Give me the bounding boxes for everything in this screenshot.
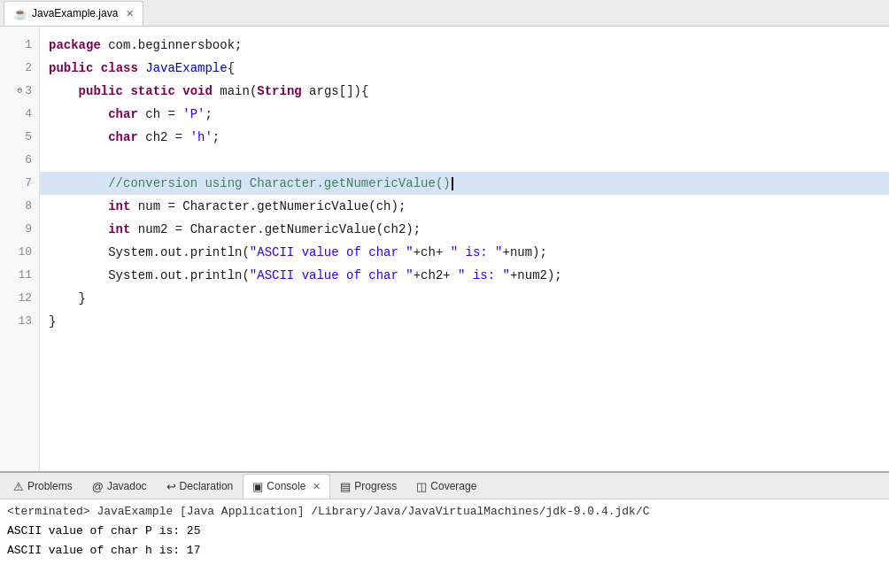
- keyword: char: [108, 130, 138, 144]
- code-text: com.beginnersbook;: [101, 38, 243, 52]
- code-line: char ch = 'P';: [40, 103, 889, 126]
- keyword: package: [49, 38, 101, 52]
- line-number: 9: [7, 218, 35, 241]
- bottom-tab-declaration[interactable]: ↩Declaration: [157, 474, 244, 499]
- keyword: void: [182, 84, 213, 98]
- console-panel: <terminated> JavaExample [Java Applicati…: [0, 499, 889, 588]
- code-text: [49, 199, 108, 213]
- java-file-icon: ☕: [13, 7, 27, 20]
- line-number: 2: [7, 57, 35, 80]
- code-text: main(: [213, 84, 257, 98]
- text-cursor: [452, 177, 453, 190]
- keyword: class: [101, 61, 138, 75]
- string-literal: " is: ": [458, 268, 510, 282]
- problems-tab-icon: ⚠: [13, 480, 24, 493]
- string-literal: "ASCII value of char ": [250, 245, 414, 259]
- code-area[interactable]: package com.beginnersbook;public class J…: [40, 27, 889, 471]
- console-tab-close[interactable]: ✕: [313, 481, 321, 492]
- code-text: [49, 107, 108, 121]
- string-literal: "ASCII value of char ": [250, 268, 414, 282]
- keyword: public: [79, 84, 123, 98]
- code-line: public static void main(String args[]){: [40, 80, 889, 103]
- code-line: package com.beginnersbook;: [40, 34, 889, 57]
- code-line: char ch2 = 'h';: [40, 126, 889, 149]
- code-text: ;: [213, 130, 220, 144]
- progress-tab-icon: ▤: [340, 480, 351, 493]
- code-text: [49, 84, 79, 98]
- keyword: int: [108, 222, 130, 236]
- line-number: 10: [7, 241, 35, 264]
- line-number: 11: [7, 264, 35, 287]
- comment: //conversion using Character.getNumericV…: [108, 176, 450, 190]
- code-line: [40, 149, 889, 172]
- code-text: +num);: [503, 245, 547, 259]
- keyword: int: [108, 199, 130, 213]
- keyword: public: [49, 61, 93, 75]
- code-text: +num2);: [510, 268, 562, 282]
- declaration-tab-icon: ↩: [166, 480, 176, 493]
- code-text: [49, 130, 108, 144]
- code-line: public class JavaExample{: [40, 57, 889, 80]
- bottom-tab-javadoc[interactable]: @Javadoc: [82, 474, 157, 499]
- bottom-tab-console[interactable]: ▣Console✕: [243, 474, 330, 499]
- keyword: char: [108, 107, 138, 121]
- code-line: int num2 = Character.getNumericValue(ch2…: [40, 218, 889, 241]
- declaration-tab-label: Declaration: [180, 480, 234, 492]
- code-text: num2 =: [130, 222, 189, 236]
- javadoc-tab-label: Javadoc: [107, 480, 147, 492]
- tab-close-button[interactable]: ✕: [126, 8, 134, 19]
- javadoc-tab-icon: @: [92, 480, 104, 493]
- code-text: ch2 =: [138, 130, 190, 144]
- coverage-tab-icon: ◫: [416, 480, 427, 493]
- console-terminated-text: <terminated> JavaExample [Java Applicati…: [7, 505, 882, 518]
- collapse-icon[interactable]: ⊖: [17, 80, 22, 103]
- line-numbers: 12⊖345678910111213: [0, 27, 40, 471]
- tab-label: JavaExample.java: [32, 7, 118, 19]
- code-text: [49, 176, 108, 190]
- code-text: Character.getNumericValue(ch2);: [190, 222, 421, 236]
- progress-tab-label: Progress: [354, 480, 397, 492]
- bottom-tab-coverage[interactable]: ◫Coverage: [406, 474, 486, 499]
- code-text: System.out.println(: [49, 245, 250, 259]
- string-literal: 'P': [182, 107, 205, 121]
- bottom-tab-problems[interactable]: ⚠Problems: [4, 474, 82, 499]
- bottom-tab-bar: ⚠Problems@Javadoc↩Declaration▣Console✕▤P…: [0, 473, 889, 499]
- keyword: static: [130, 84, 174, 98]
- keyword: String: [257, 84, 301, 98]
- code-editor[interactable]: 12⊖345678910111213 package com.beginners…: [0, 27, 889, 473]
- code-text: +ch2+: [414, 268, 458, 282]
- code-line: int num = Character.getNumericValue(ch);: [40, 195, 889, 218]
- tab-bar: ☕ JavaExample.java ✕: [0, 0, 889, 27]
- code-text: {: [228, 61, 235, 75]
- code-text: [49, 222, 108, 236]
- line-number: 1: [7, 34, 35, 57]
- console-tab-label: Console: [267, 480, 305, 492]
- file-tab[interactable]: ☕ JavaExample.java ✕: [4, 1, 143, 26]
- code-text: System.out.println(: [49, 268, 250, 282]
- code-line: System.out.println("ASCII value of char …: [40, 264, 889, 287]
- code-line: }: [40, 287, 889, 310]
- line-number: 7: [7, 172, 35, 195]
- code-text: }: [49, 314, 56, 329]
- string-literal: 'h': [190, 130, 213, 144]
- code-text: }: [49, 291, 86, 306]
- code-text: num =: [130, 199, 182, 213]
- console-output-line: ASCII value of char h is: 17: [7, 541, 882, 561]
- code-text: [175, 84, 182, 98]
- console-output-line: ASCII value of char P is: 25: [7, 522, 882, 541]
- line-number: 4: [7, 103, 35, 126]
- code-line: //conversion using Character.getNumericV…: [40, 172, 889, 195]
- code-text: args[]){: [302, 84, 369, 98]
- code-text: ch =: [138, 107, 182, 121]
- line-number: ⊖3: [7, 80, 35, 103]
- code-text: [93, 61, 100, 75]
- bottom-tab-progress[interactable]: ▤Progress: [330, 474, 406, 499]
- line-number: 6: [7, 149, 35, 172]
- class-name: JavaExample: [145, 61, 227, 75]
- line-number: 13: [7, 310, 35, 333]
- console-tab-icon: ▣: [252, 480, 263, 493]
- code-line: }: [40, 310, 889, 333]
- code-text: +ch+: [414, 245, 451, 259]
- code-text: [138, 61, 145, 75]
- coverage-tab-label: Coverage: [430, 480, 476, 492]
